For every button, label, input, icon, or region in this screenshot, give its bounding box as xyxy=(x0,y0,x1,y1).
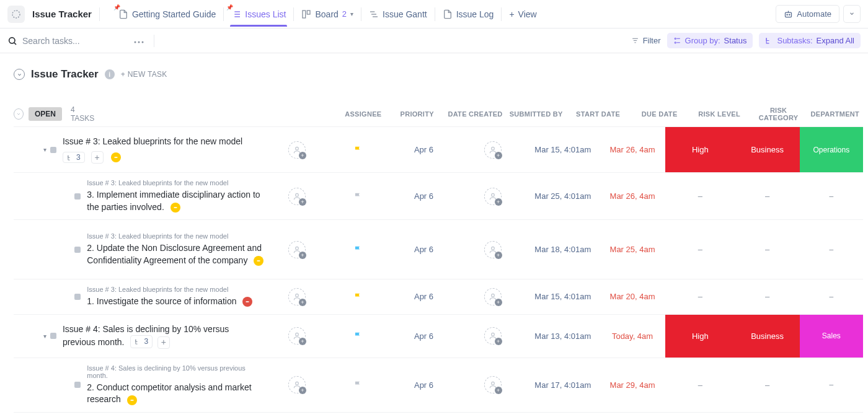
task-title[interactable]: 3. Implement immediate disciplinary acti… xyxy=(87,189,264,213)
col-date-created[interactable]: DATE CREATED xyxy=(444,110,507,118)
subtask-count-chip[interactable]: 3 xyxy=(130,335,153,348)
automate-dropdown[interactable] xyxy=(843,5,861,23)
status-square[interactable] xyxy=(50,147,56,153)
cell-risk-level[interactable]: High xyxy=(665,315,735,358)
status-pill[interactable] xyxy=(254,256,264,266)
col-risk-level[interactable]: RISK LEVEL xyxy=(689,110,750,118)
status-pill[interactable] xyxy=(242,297,252,307)
cell-risk-category[interactable]: – xyxy=(735,220,799,279)
col-start-date[interactable]: START DATE xyxy=(565,110,630,118)
cell-due-date[interactable]: Mar 29, 4am xyxy=(600,358,665,412)
task-title[interactable]: Issue # 3: Leaked blueprints for the new… xyxy=(63,136,264,148)
cell-priority[interactable] xyxy=(327,127,388,172)
status-square[interactable] xyxy=(74,294,81,300)
col-risk-category[interactable]: RISK CATEGORY xyxy=(750,107,807,121)
cell-risk-level[interactable]: – xyxy=(665,220,735,279)
cell-start-date[interactable]: Mar 15, 4:01am xyxy=(526,279,600,314)
task-row[interactable]: ▾ Issue # 4: Sales is declining by 10% v… xyxy=(14,315,863,358)
cell-due-date[interactable]: Mar 26, 4am xyxy=(600,173,665,219)
cell-due-date[interactable]: Mar 25, 4am xyxy=(600,220,665,279)
tab-issue-log[interactable]: Issue Log xyxy=(436,2,500,27)
cell-submitted-by[interactable] xyxy=(459,279,526,314)
expand-caret[interactable]: ▾ xyxy=(43,333,46,340)
list-title[interactable]: Issue Tracker xyxy=(31,68,99,81)
parent-task-ref[interactable]: Issue # 3: Leaked blueprints for the new… xyxy=(87,286,264,293)
tab-issues-list[interactable]: 📌 Issues List xyxy=(225,2,292,27)
tab-getting-started[interactable]: 📌 Getting Started Guide xyxy=(112,2,222,27)
cell-department[interactable]: – xyxy=(800,173,863,219)
cell-risk-category[interactable]: – xyxy=(735,173,799,219)
add-subtask-button[interactable]: + xyxy=(157,336,170,349)
cell-risk-category[interactable]: Business xyxy=(735,315,799,358)
cell-due-date[interactable]: Mar 26, 4am xyxy=(600,127,665,172)
col-priority[interactable]: PRIORITY xyxy=(390,110,444,118)
cell-risk-level[interactable]: – xyxy=(665,173,735,219)
status-square[interactable] xyxy=(74,247,81,253)
task-title[interactable]: Issue # 4: Sales is declining by 10% ver… xyxy=(63,323,264,349)
parent-task-ref[interactable]: Issue # 3: Leaked blueprints for the new… xyxy=(87,232,264,240)
cell-risk-level[interactable]: High xyxy=(665,127,735,172)
task-row[interactable]: Issue # 3: Leaked blueprints for the new… xyxy=(14,220,863,279)
task-row[interactable]: Issue # 4: Sales is declining by 10% ver… xyxy=(14,358,863,413)
task-title[interactable]: 2. Update the Non Disclosure Agreement a… xyxy=(87,242,264,266)
cell-assignee[interactable] xyxy=(267,315,327,358)
cell-department[interactable]: Operations xyxy=(800,127,863,172)
cell-submitted-by[interactable] xyxy=(459,220,526,279)
folder-icon[interactable] xyxy=(7,6,25,23)
task-title[interactable]: 2. Conduct competitor analysis and marke… xyxy=(87,382,264,406)
task-row[interactable]: Issue # 3: Leaked blueprints for the new… xyxy=(14,279,863,315)
info-icon[interactable]: i xyxy=(105,69,115,79)
tab-board[interactable]: Board 2 ▾ xyxy=(295,2,360,27)
cell-priority[interactable] xyxy=(327,315,388,358)
cell-due-date[interactable]: Today, 4am xyxy=(600,315,665,358)
more-options[interactable] xyxy=(134,36,144,45)
cell-priority[interactable] xyxy=(327,279,388,314)
tab-add-view[interactable]: + View xyxy=(503,2,542,27)
cell-risk-category[interactable]: – xyxy=(735,279,799,314)
task-row[interactable]: Issue # 3: Leaked blueprints for the new… xyxy=(14,173,863,220)
cell-start-date[interactable]: Mar 17, 4:01am xyxy=(526,358,600,412)
cell-start-date[interactable]: Mar 18, 4:01am xyxy=(526,220,600,279)
folder-name[interactable]: Issue Tracker xyxy=(32,9,92,19)
status-square[interactable] xyxy=(74,193,81,200)
search-input[interactable] xyxy=(22,33,122,48)
tab-issue-gantt[interactable]: Issue Gantt xyxy=(363,2,433,27)
col-submitted-by[interactable]: SUBMITTED BY xyxy=(507,110,566,118)
cell-assignee[interactable] xyxy=(267,358,327,412)
new-task-button[interactable]: + NEW TASK xyxy=(121,70,167,79)
cell-risk-category[interactable]: – xyxy=(735,358,799,412)
status-pill[interactable] xyxy=(127,395,137,405)
cell-submitted-by[interactable] xyxy=(459,127,526,172)
cell-assignee[interactable] xyxy=(267,127,327,172)
status-pill[interactable] xyxy=(111,152,121,162)
task-row[interactable]: ▾ Issue # 3: Leaked blueprints for the n… xyxy=(14,127,863,173)
cell-risk-category[interactable]: Business xyxy=(735,127,799,172)
parent-task-ref[interactable]: Issue # 3: Leaked blueprints for the new… xyxy=(87,179,264,187)
cell-submitted-by[interactable] xyxy=(459,358,526,412)
subtask-count-chip[interactable]: 3 xyxy=(63,152,85,163)
cell-start-date[interactable]: Mar 15, 4:01am xyxy=(526,127,600,172)
cell-priority[interactable] xyxy=(327,358,388,412)
group-collapse-toggle[interactable] xyxy=(14,108,24,120)
task-title[interactable]: 1. Investigate the source of information xyxy=(87,296,264,308)
cell-submitted-by[interactable] xyxy=(459,315,526,358)
cell-risk-level[interactable]: – xyxy=(665,358,735,412)
cell-assignee[interactable] xyxy=(267,279,327,314)
collapse-list-icon[interactable] xyxy=(14,69,25,80)
parent-task-ref[interactable]: Issue # 4: Sales is declining by 10% ver… xyxy=(87,364,264,379)
cell-submitted-by[interactable] xyxy=(459,173,526,219)
cell-start-date[interactable]: Mar 13, 4:01am xyxy=(526,315,600,358)
cell-priority[interactable] xyxy=(327,220,388,279)
group-status-label[interactable]: OPEN xyxy=(29,107,62,121)
status-square[interactable] xyxy=(50,333,56,339)
cell-priority[interactable] xyxy=(327,173,388,219)
cell-due-date[interactable]: Mar 20, 4am xyxy=(600,279,665,314)
cell-department[interactable]: Sales xyxy=(800,315,863,358)
cell-department[interactable]: – xyxy=(800,279,863,314)
cell-assignee[interactable] xyxy=(267,173,327,219)
cell-department[interactable]: – xyxy=(800,220,863,279)
cell-department[interactable]: – xyxy=(800,358,863,412)
add-subtask-button[interactable]: + xyxy=(91,151,104,164)
expand-caret[interactable]: ▾ xyxy=(43,146,46,153)
filter-button[interactable]: Filter xyxy=(631,36,661,45)
